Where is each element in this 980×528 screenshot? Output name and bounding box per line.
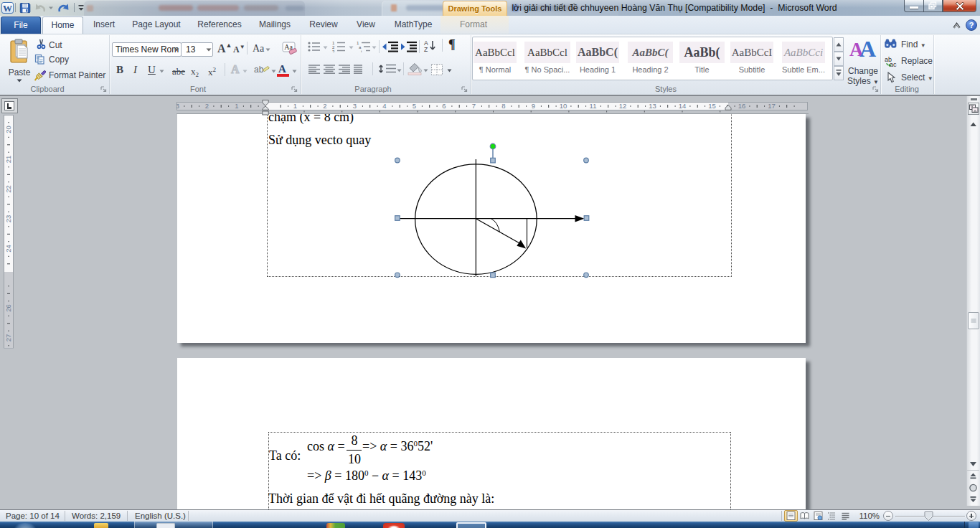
svg-text:10: 10 <box>560 102 567 110</box>
svg-text:W: W <box>3 3 12 13</box>
svg-text:22: 22 <box>4 185 12 193</box>
svg-text:8: 8 <box>501 102 505 110</box>
svg-text:13: 13 <box>649 102 656 110</box>
svg-text:17: 17 <box>768 102 776 110</box>
svg-text:3: 3 <box>353 102 357 110</box>
svg-text:i: i <box>361 50 362 53</box>
svg-text:4: 4 <box>382 102 386 110</box>
svg-text:15: 15 <box>708 102 716 110</box>
svg-text:3: 3 <box>332 50 335 53</box>
svg-text:11: 11 <box>590 102 597 110</box>
svg-text:27: 27 <box>4 334 12 342</box>
svg-text:20: 20 <box>4 126 12 133</box>
svg-text:16: 16 <box>738 102 746 110</box>
svg-text:2: 2 <box>323 102 326 110</box>
svg-text:Z: Z <box>424 46 428 52</box>
svg-text:14: 14 <box>679 102 687 110</box>
svg-text:1: 1 <box>293 102 297 110</box>
svg-text:7: 7 <box>472 102 476 110</box>
svg-text:2: 2 <box>205 102 209 110</box>
svg-text:24: 24 <box>4 245 12 253</box>
svg-text:21: 21 <box>4 156 12 164</box>
svg-text:26: 26 <box>4 304 12 312</box>
svg-text:12: 12 <box>619 102 627 110</box>
svg-text:9: 9 <box>532 102 535 110</box>
svg-text:3: 3 <box>176 102 179 110</box>
svg-text:6: 6 <box>442 102 446 110</box>
svg-text:ac: ac <box>890 61 897 67</box>
svg-text:1: 1 <box>235 102 238 110</box>
svg-text:5: 5 <box>413 102 416 110</box>
svg-text:23: 23 <box>4 215 12 223</box>
